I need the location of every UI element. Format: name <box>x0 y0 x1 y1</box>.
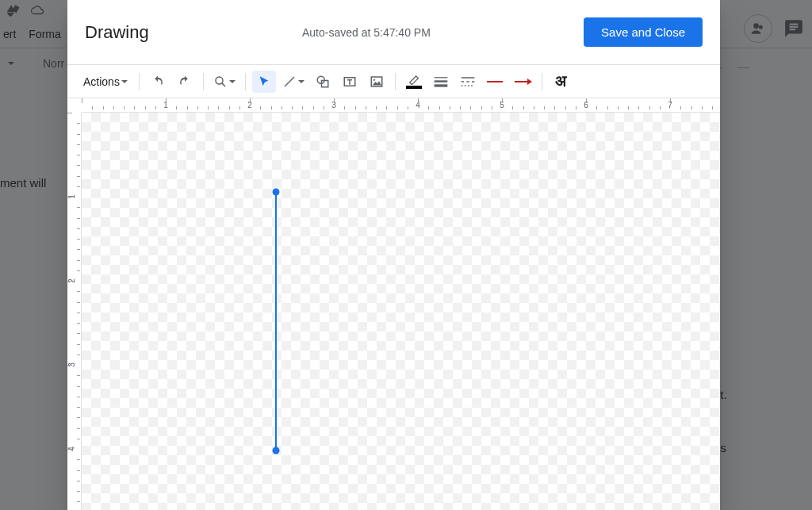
toolbar-separator <box>203 73 204 90</box>
ruler-tick <box>77 228 80 229</box>
ruler-tick <box>124 106 124 109</box>
line-tool-dropdown[interactable] <box>279 71 308 93</box>
line-end-icon <box>513 78 532 86</box>
ruler-tick <box>418 98 419 103</box>
ruler-tick <box>77 218 80 219</box>
redo-button[interactable] <box>173 71 197 93</box>
ruler-tick <box>113 106 114 109</box>
ruler-tick <box>166 98 167 103</box>
ruler-tick <box>77 176 80 177</box>
ruler-tick <box>103 106 104 109</box>
ruler-tick <box>77 439 80 439</box>
ruler-tick <box>77 186 80 187</box>
ruler-tick <box>67 197 72 197</box>
line-weight-icon <box>433 75 449 88</box>
toolbar-separator <box>542 73 542 90</box>
zoom-icon <box>213 75 228 89</box>
ruler-tick <box>376 106 377 109</box>
redo-icon <box>178 75 192 89</box>
ruler-tick <box>638 106 639 109</box>
ruler-tick <box>386 106 387 109</box>
ruler-tick <box>565 106 566 109</box>
ruler-tick <box>502 98 503 103</box>
ruler-tick <box>77 302 80 303</box>
drawing-modal: Drawing Auto-saved at 5:47:40 PM Save an… <box>67 0 720 510</box>
undo-icon <box>151 75 165 89</box>
horizontal-ruler[interactable]: 1234567 <box>82 98 720 113</box>
line-color-icon <box>406 74 422 89</box>
ruler-tick <box>460 106 461 109</box>
autosave-status: Auto-saved at 5:47:40 PM <box>149 26 584 39</box>
line-dash-icon <box>460 75 476 88</box>
toolbar-separator <box>245 73 246 90</box>
ruler-tick <box>660 106 661 109</box>
zoom-dropdown[interactable] <box>210 71 239 93</box>
line-start-button[interactable] <box>483 71 507 93</box>
vertical-ruler[interactable]: 1234 <box>67 113 82 510</box>
ruler-tick <box>596 106 597 109</box>
drawn-vertical-line[interactable] <box>275 192 277 451</box>
chevron-down-icon <box>298 80 304 83</box>
line-weight-button[interactable] <box>429 71 453 93</box>
ruler-tick <box>260 106 261 109</box>
ruler-tick <box>134 106 135 109</box>
ruler-tick <box>586 98 587 103</box>
cursor-icon <box>258 75 270 88</box>
modal-title: Drawing <box>85 22 149 43</box>
textbox-icon <box>343 75 357 89</box>
ruler-tick <box>77 459 80 460</box>
ruler-tick <box>397 106 398 109</box>
ruler-tick <box>229 106 230 109</box>
undo-button[interactable] <box>146 71 170 93</box>
ruler-tick <box>77 344 80 345</box>
ruler-tick <box>239 106 240 109</box>
ruler-tick <box>77 481 80 481</box>
ruler-tick <box>77 375 80 376</box>
image-tool-button[interactable] <box>365 71 389 93</box>
line-color-button[interactable] <box>402 71 426 93</box>
ruler-tick <box>366 106 366 109</box>
ruler-tick <box>607 106 608 109</box>
ruler-tick <box>470 106 471 109</box>
ruler-tick <box>649 106 650 109</box>
ruler-tick <box>176 106 177 109</box>
svg-point-7 <box>373 79 375 80</box>
ruler-tick <box>67 449 72 450</box>
ruler-tick <box>77 291 80 292</box>
ruler-tick <box>155 106 156 109</box>
toolbar-separator <box>395 73 396 90</box>
select-tool-button[interactable] <box>252 71 276 93</box>
ruler-tick <box>77 386 80 387</box>
line-dash-button[interactable] <box>456 71 480 93</box>
chevron-down-icon <box>229 80 236 83</box>
image-icon <box>370 75 384 89</box>
svg-rect-8 <box>435 77 448 78</box>
ruler-tick <box>523 106 524 109</box>
ruler-tick <box>344 106 345 109</box>
save-and-close-button[interactable]: Save and Close <box>584 17 703 47</box>
ruler-tick <box>77 270 80 271</box>
ruler-tick <box>77 144 80 145</box>
shape-tool-button[interactable] <box>311 71 335 93</box>
line-start-handle[interactable] <box>273 189 280 196</box>
ruler-tick <box>77 123 80 124</box>
ruler-tick <box>197 106 198 109</box>
ruler-tick <box>218 106 219 109</box>
ruler-tick <box>554 106 555 109</box>
ruler-tick <box>77 313 80 313</box>
input-tools-button[interactable]: अ <box>549 71 573 93</box>
line-end-handle[interactable] <box>273 447 280 454</box>
ruler-tick <box>712 106 713 109</box>
actions-dropdown[interactable]: Actions <box>79 71 132 93</box>
line-end-button[interactable] <box>510 71 535 93</box>
ruler-tick <box>77 501 80 502</box>
shape-icon <box>316 75 330 89</box>
ruler-tick <box>618 106 619 109</box>
ruler-tick <box>534 106 534 109</box>
ruler-tick <box>702 106 703 109</box>
ruler-tick <box>324 106 324 109</box>
textbox-tool-button[interactable] <box>338 71 362 93</box>
drawing-canvas[interactable] <box>82 113 720 510</box>
ruler-tick <box>77 165 80 166</box>
ruler-tick <box>77 207 80 208</box>
